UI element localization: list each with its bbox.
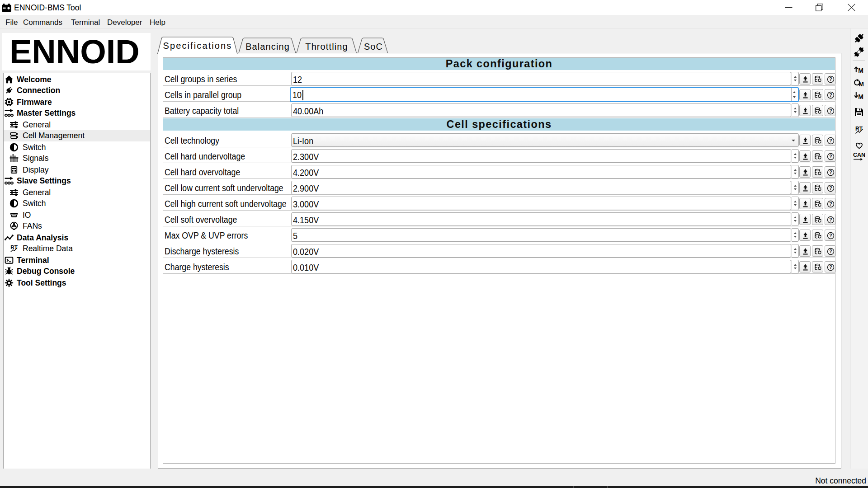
svg-text:M: M <box>858 93 863 100</box>
svg-text:?: ? <box>829 76 832 82</box>
svg-text:?: ? <box>829 138 832 143</box>
svg-text:?: ? <box>829 108 832 113</box>
svg-text:Specifications: Specifications <box>163 41 232 51</box>
svg-text:RT: RT <box>855 126 863 132</box>
svg-text:?: ? <box>829 154 832 159</box>
svg-text:M: M <box>859 80 864 88</box>
svg-text:SoC: SoC <box>364 42 383 52</box>
svg-text:?: ? <box>829 185 832 191</box>
svg-text:CAN: CAN <box>853 152 865 158</box>
svg-text:Throttling: Throttling <box>305 42 348 52</box>
svg-text:?: ? <box>829 169 832 175</box>
svg-text:?: ? <box>829 233 832 238</box>
svg-text:Balancing: Balancing <box>245 42 290 52</box>
svg-text:?: ? <box>829 201 832 206</box>
svg-text:?: ? <box>829 92 832 98</box>
svg-text:M: M <box>858 67 863 74</box>
svg-text:?: ? <box>829 249 832 254</box>
svg-text:?: ? <box>829 264 832 270</box>
svg-text:?: ? <box>829 217 832 222</box>
